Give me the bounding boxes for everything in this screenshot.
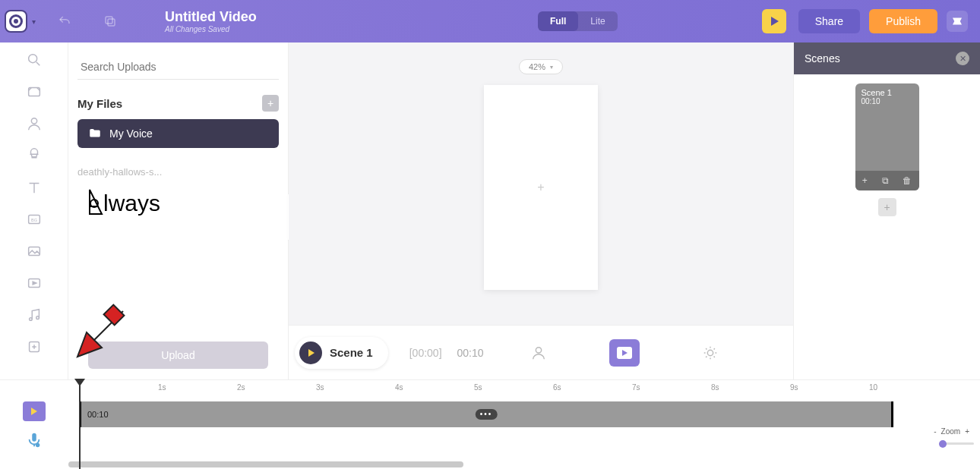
- add-folder-button[interactable]: +: [262, 95, 279, 112]
- text-icon[interactable]: [24, 179, 44, 196]
- scene-time: [00:00] 00:10: [409, 347, 484, 359]
- add-element-icon[interactable]: +: [537, 181, 544, 194]
- share-button[interactable]: Share: [798, 9, 860, 33]
- folder-my-voice[interactable]: My Voice: [77, 119, 279, 148]
- camera-bar-icon[interactable]: [699, 342, 722, 364]
- scenes-icon[interactable]: [24, 83, 44, 100]
- scene-card[interactable]: Scene 1 00:10 + ⧉ 🗑: [855, 83, 919, 190]
- upload-file-name: deathly-hallows-s...: [77, 166, 279, 178]
- svg-text:BG: BG: [31, 218, 37, 222]
- image-icon[interactable]: [24, 243, 44, 260]
- timeline-scrollbar[interactable]: [68, 461, 463, 467]
- scene-delete-icon[interactable]: 🗑: [903, 175, 912, 186]
- app-logo[interactable]: [5, 10, 27, 33]
- mode-lite[interactable]: Lite: [578, 11, 617, 31]
- scene-duration: 00:10: [457, 347, 483, 359]
- video-bar-icon[interactable]: [609, 339, 640, 367]
- video-track-icon[interactable]: [23, 401, 46, 421]
- folder-label: My Voice: [109, 127, 153, 140]
- scene-card-duration: 00:10: [861, 97, 913, 105]
- project-title-block: Untitled Video All Changes Saved: [165, 9, 257, 33]
- svg-rect-14: [104, 305, 125, 326]
- zoom-slider[interactable]: [939, 442, 974, 445]
- timeline-zoom[interactable]: - Zoom +: [934, 427, 974, 436]
- left-rail: BG: [0, 42, 68, 379]
- account-icon[interactable]: [947, 11, 968, 32]
- background-icon[interactable]: BG: [24, 211, 44, 228]
- music-icon[interactable]: [24, 307, 44, 323]
- svg-point-17: [36, 443, 40, 448]
- copy-button[interactable]: [96, 8, 124, 35]
- scene-add-icon[interactable]: +: [862, 175, 868, 186]
- svg-point-10: [36, 316, 39, 319]
- svg-text:lways: lways: [103, 190, 160, 216]
- svg-point-9: [29, 318, 32, 321]
- svg-point-16: [708, 350, 713, 355]
- canvas-area: 42% +: [289, 42, 793, 325]
- clip-menu-icon[interactable]: •••: [476, 409, 498, 420]
- svg-rect-0: [108, 19, 115, 26]
- timeline-ruler[interactable]: 1s 2s 3s 4s 5s 6s 7s 8s 9s 10: [68, 380, 896, 397]
- upload-thumb[interactable]: lways: [77, 184, 161, 220]
- mode-toggle[interactable]: Full Lite: [538, 11, 618, 31]
- scene-play-button[interactable]: [299, 342, 322, 364]
- timeline-body[interactable]: 1s 2s 3s 4s 5s 6s 7s 8s 9s 10 00:10 •••: [68, 380, 896, 469]
- logo-chevron-down-icon[interactable]: ▾: [32, 17, 36, 26]
- svg-point-4: [31, 118, 36, 124]
- scenes-header: Scenes ✕: [794, 42, 980, 74]
- timeline-track-icons: [0, 380, 68, 469]
- scene-card-thumb: [855, 105, 919, 171]
- annotation-arrow: [70, 302, 131, 363]
- current-time: [00:00]: [409, 347, 442, 359]
- clip-duration-label: 00:10: [87, 410, 109, 419]
- my-files-label: My Files: [77, 97, 122, 110]
- svg-point-15: [536, 347, 542, 352]
- zoom-label: Zoom: [941, 427, 961, 436]
- search-icon[interactable]: [24, 52, 44, 68]
- app-header: ▾ Untitled Video All Changes Saved Full …: [0, 0, 980, 42]
- save-status: All Changes Saved: [165, 25, 257, 33]
- scene-label: Scene 1: [330, 346, 373, 359]
- zoom-plus[interactable]: +: [965, 427, 969, 436]
- project-title[interactable]: Untitled Video: [165, 9, 257, 25]
- preview-play-button[interactable]: [762, 9, 786, 33]
- scene-card-tools: + ⧉ 🗑: [855, 171, 919, 190]
- zoom-dropdown[interactable]: 42%: [519, 59, 563, 74]
- timeline: 1s 2s 3s 4s 5s 6s 7s 8s 9s 10 00:10 ••• …: [0, 379, 980, 469]
- mode-full[interactable]: Full: [538, 11, 578, 31]
- scene-bar: Scene 1 [00:00] 00:10: [289, 325, 793, 379]
- video-icon[interactable]: [24, 275, 44, 291]
- publish-button[interactable]: Publish: [869, 9, 937, 33]
- character-icon[interactable]: [24, 115, 44, 132]
- scene-duplicate-icon[interactable]: ⧉: [882, 175, 889, 186]
- canvas-stage[interactable]: +: [484, 85, 598, 290]
- scenes-panel: Scenes ✕ Scene 1 00:10 + ⧉ 🗑 +: [793, 42, 980, 379]
- props-icon[interactable]: [24, 147, 44, 164]
- timeline-clip[interactable]: 00:10 •••: [79, 401, 893, 427]
- scene-pill: Scene 1: [295, 337, 388, 369]
- search-uploads-input[interactable]: [77, 55, 279, 80]
- character-bar-icon[interactable]: [527, 342, 550, 364]
- svg-point-2: [28, 55, 36, 63]
- zoom-minus[interactable]: -: [934, 427, 936, 436]
- close-scenes-button[interactable]: ✕: [956, 52, 969, 65]
- add-scene-button[interactable]: +: [878, 198, 896, 216]
- timeline-playhead[interactable]: [79, 380, 81, 469]
- undo-button[interactable]: [51, 8, 78, 35]
- scene-card-title: Scene 1: [861, 88, 913, 97]
- effects-icon[interactable]: [24, 338, 44, 355]
- mic-track-icon[interactable]: [26, 432, 43, 453]
- svg-rect-7: [28, 247, 40, 256]
- svg-rect-1: [106, 17, 112, 24]
- scenes-title: Scenes: [805, 52, 840, 65]
